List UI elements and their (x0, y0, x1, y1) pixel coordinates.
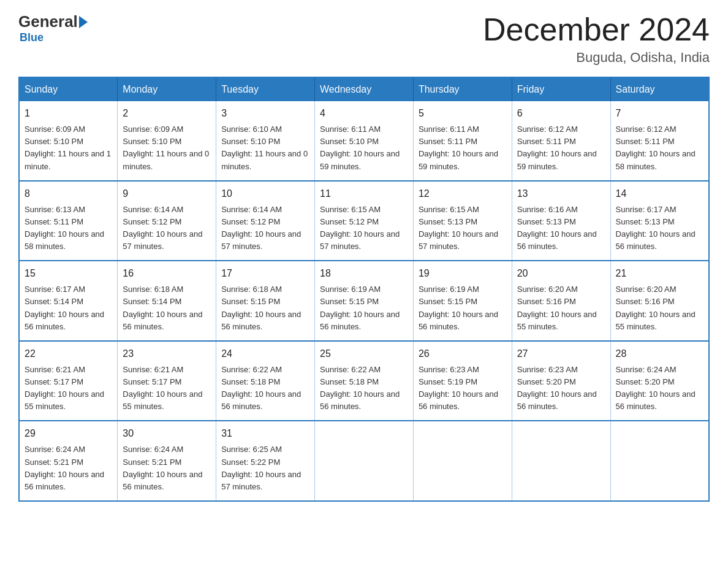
day-info: Sunrise: 6:19 AMSunset: 5:15 PMDaylight:… (419, 285, 498, 331)
day-number: 23 (123, 347, 211, 361)
day-info: Sunrise: 6:24 AMSunset: 5:20 PMDaylight:… (616, 365, 696, 411)
day-number: 31 (221, 426, 309, 441)
logo: General Blue (18, 12, 89, 44)
day-info: Sunrise: 6:18 AMSunset: 5:15 PMDaylight:… (221, 285, 301, 331)
table-row: 31 Sunrise: 6:25 AMSunset: 5:22 PMDaylig… (216, 421, 315, 501)
day-info: Sunrise: 6:12 AMSunset: 5:11 PMDaylight:… (616, 124, 696, 170)
table-row (413, 421, 512, 501)
table-row: 1 Sunrise: 6:09 AMSunset: 5:10 PMDayligh… (19, 101, 118, 181)
day-info: Sunrise: 6:23 AMSunset: 5:20 PMDaylight:… (517, 365, 597, 411)
table-row: 16 Sunrise: 6:18 AMSunset: 5:14 PMDaylig… (118, 261, 216, 341)
day-number: 5 (419, 106, 507, 121)
month-title: December 2024 (483, 12, 710, 47)
calendar-week-row: 8 Sunrise: 6:13 AMSunset: 5:11 PMDayligh… (19, 181, 709, 261)
day-info: Sunrise: 6:19 AMSunset: 5:15 PMDaylight:… (320, 285, 400, 331)
day-info: Sunrise: 6:16 AMSunset: 5:13 PMDaylight:… (517, 205, 597, 251)
table-row: 25 Sunrise: 6:22 AMSunset: 5:18 PMDaylig… (315, 341, 414, 421)
table-row: 22 Sunrise: 6:21 AMSunset: 5:17 PMDaylig… (19, 341, 118, 421)
table-row: 26 Sunrise: 6:23 AMSunset: 5:19 PMDaylig… (413, 341, 512, 421)
table-row: 2 Sunrise: 6:09 AMSunset: 5:10 PMDayligh… (118, 101, 216, 181)
col-saturday: Saturday (610, 77, 709, 101)
day-number: 7 (616, 106, 703, 121)
title-section: December 2024 Buguda, Odisha, India (483, 12, 710, 66)
table-row: 19 Sunrise: 6:19 AMSunset: 5:15 PMDaylig… (413, 261, 512, 341)
day-number: 24 (221, 347, 309, 361)
day-number: 30 (123, 426, 211, 441)
day-info: Sunrise: 6:15 AMSunset: 5:12 PMDaylight:… (320, 205, 400, 251)
day-number: 16 (123, 266, 211, 281)
day-number: 8 (25, 186, 112, 201)
table-row: 14 Sunrise: 6:17 AMSunset: 5:13 PMDaylig… (610, 181, 709, 261)
day-number: 10 (221, 186, 309, 201)
table-row (315, 421, 414, 501)
calendar-week-row: 15 Sunrise: 6:17 AMSunset: 5:14 PMDaylig… (19, 261, 709, 341)
calendar-table: Sunday Monday Tuesday Wednesday Thursday… (18, 77, 710, 502)
col-thursday: Thursday (413, 77, 512, 101)
table-row: 20 Sunrise: 6:20 AMSunset: 5:16 PMDaylig… (512, 261, 610, 341)
day-info: Sunrise: 6:14 AMSunset: 5:12 PMDaylight:… (221, 205, 301, 251)
table-row (512, 421, 610, 501)
table-row: 30 Sunrise: 6:24 AMSunset: 5:21 PMDaylig… (118, 421, 216, 501)
calendar-week-row: 1 Sunrise: 6:09 AMSunset: 5:10 PMDayligh… (19, 101, 709, 181)
table-row: 7 Sunrise: 6:12 AMSunset: 5:11 PMDayligh… (610, 101, 709, 181)
day-number: 14 (616, 186, 703, 201)
day-info: Sunrise: 6:21 AMSunset: 5:17 PMDaylight:… (25, 365, 104, 411)
day-number: 2 (123, 106, 211, 121)
calendar-week-row: 29 Sunrise: 6:24 AMSunset: 5:21 PMDaylig… (19, 421, 709, 501)
day-info: Sunrise: 6:10 AMSunset: 5:10 PMDaylight:… (221, 124, 308, 170)
col-friday: Friday (512, 77, 610, 101)
day-info: Sunrise: 6:18 AMSunset: 5:14 PMDaylight:… (123, 285, 202, 331)
day-number: 3 (221, 106, 309, 121)
day-info: Sunrise: 6:17 AMSunset: 5:13 PMDaylight:… (616, 205, 696, 251)
day-number: 4 (320, 106, 408, 121)
table-row: 21 Sunrise: 6:20 AMSunset: 5:16 PMDaylig… (610, 261, 709, 341)
day-number: 13 (517, 186, 605, 201)
table-row: 11 Sunrise: 6:15 AMSunset: 5:12 PMDaylig… (315, 181, 414, 261)
calendar-header-row: Sunday Monday Tuesday Wednesday Thursday… (19, 77, 709, 101)
page-header: General Blue December 2024 Buguda, Odish… (18, 12, 710, 66)
col-monday: Monday (118, 77, 216, 101)
logo-general-text: General (18, 12, 78, 31)
day-info: Sunrise: 6:14 AMSunset: 5:12 PMDaylight:… (123, 205, 202, 251)
logo-blue-text: Blue (20, 31, 44, 44)
table-row: 17 Sunrise: 6:18 AMSunset: 5:15 PMDaylig… (216, 261, 315, 341)
day-number: 6 (517, 106, 605, 121)
day-number: 20 (517, 266, 605, 281)
table-row: 3 Sunrise: 6:10 AMSunset: 5:10 PMDayligh… (216, 101, 315, 181)
day-number: 25 (320, 347, 408, 361)
day-number: 26 (419, 347, 507, 361)
table-row: 12 Sunrise: 6:15 AMSunset: 5:13 PMDaylig… (413, 181, 512, 261)
col-wednesday: Wednesday (315, 77, 414, 101)
table-row: 6 Sunrise: 6:12 AMSunset: 5:11 PMDayligh… (512, 101, 610, 181)
table-row: 29 Sunrise: 6:24 AMSunset: 5:21 PMDaylig… (19, 421, 118, 501)
day-number: 21 (616, 266, 703, 281)
table-row: 10 Sunrise: 6:14 AMSunset: 5:12 PMDaylig… (216, 181, 315, 261)
day-info: Sunrise: 6:11 AMSunset: 5:11 PMDaylight:… (419, 124, 498, 170)
day-info: Sunrise: 6:09 AMSunset: 5:10 PMDaylight:… (25, 124, 111, 170)
day-number: 18 (320, 266, 408, 281)
col-sunday: Sunday (19, 77, 118, 101)
table-row: 5 Sunrise: 6:11 AMSunset: 5:11 PMDayligh… (413, 101, 512, 181)
day-info: Sunrise: 6:13 AMSunset: 5:11 PMDaylight:… (25, 205, 104, 251)
day-info: Sunrise: 6:20 AMSunset: 5:16 PMDaylight:… (517, 285, 597, 331)
table-row (610, 421, 709, 501)
table-row: 8 Sunrise: 6:13 AMSunset: 5:11 PMDayligh… (19, 181, 118, 261)
day-info: Sunrise: 6:17 AMSunset: 5:14 PMDaylight:… (25, 285, 104, 331)
day-number: 15 (25, 266, 112, 281)
table-row: 15 Sunrise: 6:17 AMSunset: 5:14 PMDaylig… (19, 261, 118, 341)
day-number: 29 (25, 426, 112, 441)
day-number: 28 (616, 347, 703, 361)
day-number: 27 (517, 347, 605, 361)
table-row: 28 Sunrise: 6:24 AMSunset: 5:20 PMDaylig… (610, 341, 709, 421)
day-info: Sunrise: 6:25 AMSunset: 5:22 PMDaylight:… (221, 445, 301, 491)
day-info: Sunrise: 6:24 AMSunset: 5:21 PMDaylight:… (123, 445, 202, 491)
day-info: Sunrise: 6:15 AMSunset: 5:13 PMDaylight:… (419, 205, 498, 251)
day-info: Sunrise: 6:21 AMSunset: 5:17 PMDaylight:… (123, 365, 202, 411)
table-row: 27 Sunrise: 6:23 AMSunset: 5:20 PMDaylig… (512, 341, 610, 421)
logo-arrow-icon (79, 16, 88, 28)
day-number: 19 (419, 266, 507, 281)
table-row: 24 Sunrise: 6:22 AMSunset: 5:18 PMDaylig… (216, 341, 315, 421)
day-number: 17 (221, 266, 309, 281)
table-row: 4 Sunrise: 6:11 AMSunset: 5:10 PMDayligh… (315, 101, 414, 181)
day-info: Sunrise: 6:22 AMSunset: 5:18 PMDaylight:… (320, 365, 400, 411)
